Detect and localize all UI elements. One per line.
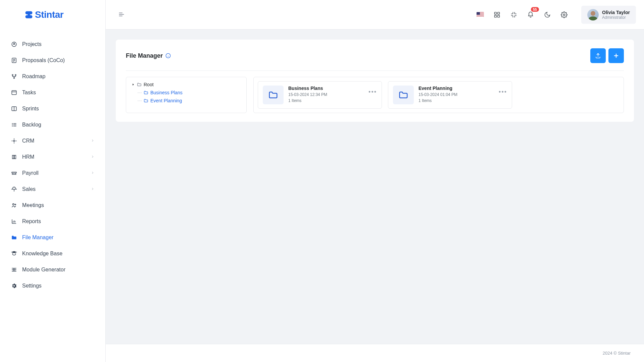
sidebar-item-label: Roadmap	[22, 73, 45, 80]
sidebar-item-projects[interactable]: Projects	[0, 36, 105, 52]
chevron-right-icon	[91, 138, 95, 144]
notification-bell-icon[interactable]: 55	[527, 11, 534, 18]
sidebar-item-crm[interactable]: CRM	[0, 133, 105, 149]
sidebar-item-settings[interactable]: Settings	[0, 278, 105, 294]
sidebar-item-label: CRM	[22, 138, 34, 144]
apps-icon[interactable]	[493, 11, 501, 18]
proposals-icon	[11, 57, 17, 64]
svg-point-3	[15, 74, 16, 75]
svg-point-2	[12, 74, 13, 75]
sidebar-item-sprints[interactable]: Sprints	[0, 101, 105, 117]
sidebar-item-tasks[interactable]: Tasks	[0, 85, 105, 101]
crm-icon	[11, 138, 17, 144]
dark-mode-icon[interactable]	[544, 11, 551, 18]
tree-root[interactable]: Root	[132, 82, 241, 87]
svg-point-11	[13, 204, 14, 205]
svg-rect-15	[495, 15, 497, 17]
folder-date: 15-03-2024 12:34 PM	[288, 92, 327, 97]
sidebar-item-label: File Manager	[22, 235, 53, 241]
brand-text: Stintar	[35, 9, 63, 20]
folder-items: 1 Items	[418, 98, 457, 103]
sidebar-item-filemanager[interactable]: File Manager	[0, 229, 105, 246]
folder-tree: Root Business PlansEvent Planning	[126, 77, 247, 113]
sidebar-item-sales[interactable]: Sales	[0, 181, 105, 197]
sidebar-item-roadmap[interactable]: Roadmap	[0, 68, 105, 85]
sidebar-item-meetings[interactable]: Meetings	[0, 197, 105, 213]
tree-node-label: Event Planning	[150, 98, 182, 103]
folder-menu-icon[interactable]: •••	[368, 89, 377, 95]
folder-card[interactable]: Business Plans15-03-2024 12:34 PM1 Items…	[258, 81, 382, 109]
sprints-icon	[11, 105, 17, 112]
folder-date: 15-03-2024 01:04 PM	[418, 92, 457, 97]
svg-rect-14	[498, 12, 500, 14]
sidebar-item-kb[interactable]: Knowledge Base	[0, 246, 105, 262]
svg-rect-8	[12, 155, 14, 159]
svg-rect-9	[14, 155, 16, 159]
hrm-icon	[11, 154, 17, 160]
tree-node[interactable]: Business Plans	[138, 89, 241, 97]
sidebar-item-module[interactable]: Module Generator	[0, 262, 105, 278]
kb-icon	[11, 250, 17, 257]
folder-name: Event Planning	[418, 86, 457, 91]
sidebar-item-label: Backlog	[22, 122, 41, 128]
user-menu[interactable]: Olivia Taylor Administrator	[581, 6, 636, 24]
sidebar-item-label: Meetings	[22, 202, 44, 208]
svg-point-17	[563, 14, 565, 15]
logo[interactable]: Stintar	[0, 0, 105, 30]
sidebar-item-reports[interactable]: Reports	[0, 213, 105, 229]
user-name: Olivia Taylor	[602, 10, 630, 15]
language-flag[interactable]	[477, 11, 484, 18]
tasks-icon	[11, 89, 17, 96]
sales-icon	[11, 186, 17, 193]
user-role: Administrator	[602, 15, 630, 20]
projects-icon	[11, 41, 17, 48]
svg-point-12	[15, 204, 16, 205]
folder-menu-icon[interactable]: •••	[499, 89, 507, 95]
svg-point-4	[14, 77, 15, 79]
folder-icon	[393, 86, 414, 104]
add-button[interactable]	[608, 48, 624, 63]
settings-icon[interactable]	[560, 11, 568, 18]
sidebar-item-label: Reports	[22, 218, 41, 224]
sidebar: Stintar ProjectsProposals (CoCo)RoadmapT…	[0, 0, 106, 362]
sidebar-item-label: Settings	[22, 283, 42, 289]
folder-icon	[263, 86, 284, 104]
sidebar-item-label: Knowledge Base	[22, 251, 62, 257]
notification-count: 55	[531, 7, 539, 12]
folder-name: Business Plans	[288, 86, 327, 91]
folder-grid: Business Plans15-03-2024 12:34 PM1 Items…	[253, 77, 624, 113]
backlog-icon	[11, 121, 17, 128]
svg-rect-16	[498, 15, 500, 17]
footer-text: 2024 © Stintar	[603, 351, 631, 356]
sidebar-item-label: Module Generator	[22, 267, 65, 273]
sidebar-item-label: Projects	[22, 41, 42, 47]
chevron-right-icon	[91, 186, 95, 192]
svg-rect-10	[12, 172, 16, 173]
sidebar-item-label: Tasks	[22, 90, 36, 96]
sidebar-item-label: Sprints	[22, 106, 39, 112]
tree-root-label: Root	[144, 82, 154, 87]
header: 55 Olivia Taylor Administrator	[106, 0, 644, 30]
sidebar-item-label: Proposals (CoCo)	[22, 57, 65, 63]
settings-icon	[11, 282, 17, 289]
svg-rect-5	[12, 91, 16, 95]
fullscreen-exit-icon[interactable]	[510, 11, 517, 18]
sidebar-item-backlog[interactable]: Backlog	[0, 117, 105, 133]
sidebar-item-hrm[interactable]: HRM	[0, 149, 105, 165]
svg-point-7	[13, 140, 15, 142]
upload-button[interactable]	[590, 48, 606, 63]
module-icon	[11, 266, 17, 273]
sidebar-item-proposals[interactable]: Proposals (CoCo)	[0, 52, 105, 68]
menu-toggle-icon[interactable]	[118, 11, 125, 18]
folder-card[interactable]: Event Planning15-03-2024 01:04 PM1 Items…	[388, 81, 512, 109]
tree-node[interactable]: Event Planning	[138, 97, 241, 105]
sidebar-item-payroll[interactable]: Payroll	[0, 165, 105, 181]
page-title: File Manager	[126, 52, 163, 59]
tree-node-label: Business Plans	[150, 90, 183, 95]
sidebar-item-label: HRM	[22, 154, 34, 160]
svg-rect-13	[495, 12, 497, 14]
info-icon[interactable]	[165, 53, 171, 58]
footer: 2024 © Stintar	[106, 344, 644, 362]
folder-items: 1 Items	[288, 98, 327, 103]
chevron-right-icon	[91, 170, 95, 176]
